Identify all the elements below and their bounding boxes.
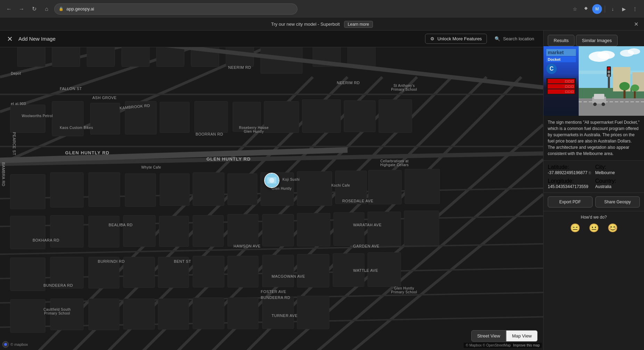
cast-icon[interactable]: ▶: [619, 4, 629, 14]
svg-rect-41: [302, 100, 341, 133]
map-view-button[interactable]: Map View: [506, 330, 538, 342]
svg-rect-26: [122, 47, 149, 67]
price-2: □ □ □: [548, 84, 574, 89]
similar-images-tab[interactable]: Similar Images: [576, 35, 618, 46]
svg-rect-77: [333, 254, 364, 287]
svg-rect-48: [160, 174, 189, 206]
country-label: Country:: [595, 178, 616, 184]
top-banner: Try our new city model - Superbolt Learn…: [0, 18, 644, 31]
map-canvas[interactable]: NEERIM RD NEERIM RD GLEN HUNTLY RD GLEN …: [0, 47, 543, 350]
attribution-text: © Mapbox © OpenStreetMap: [466, 343, 511, 347]
unlock-label: Unlock More Features: [437, 36, 482, 41]
banner-close-button[interactable]: ✕: [634, 21, 638, 27]
extensions-icon[interactable]: [581, 4, 591, 14]
svg-rect-76: [297, 254, 329, 287]
lock-icon: 🔒: [59, 7, 64, 11]
svg-rect-81: [89, 299, 119, 330]
city-value: Melbourne: [595, 170, 640, 175]
copy-latitude-icon[interactable]: ⎘: [589, 171, 591, 175]
latitude-value: -37.88922495196877: [548, 170, 587, 175]
home-button[interactable]: ⌂: [42, 4, 51, 14]
svg-point-98: [597, 51, 615, 59]
download-icon[interactable]: ↓: [608, 4, 618, 14]
svg-rect-65: [334, 213, 364, 246]
back-button[interactable]: ←: [4, 4, 14, 14]
svg-point-108: [608, 67, 610, 70]
refresh-button[interactable]: ↻: [29, 4, 39, 14]
svg-rect-35: [90, 103, 120, 135]
svg-rect-116: [594, 94, 604, 99]
rating-good-emoji[interactable]: 😊: [608, 223, 618, 233]
main-layout: ✕ Add New Image ⚙ Unlock More Features 🔍…: [0, 31, 644, 350]
browser-actions: ☆ M ↓ ▶ ⋮: [570, 4, 640, 14]
rating-bad-emoji[interactable]: 😑: [570, 223, 580, 233]
panel-tabs: Results Similar Images: [544, 31, 644, 46]
learn-more-button[interactable]: Learn more: [344, 21, 373, 28]
analysis-paragraph: The sign mentions "All supermarket Fuel …: [548, 119, 640, 157]
app-container: Try our new city model - Superbolt Learn…: [0, 18, 644, 350]
svg-rect-29: [226, 47, 254, 67]
svg-rect-56: [10, 216, 45, 249]
rating-neutral-emoji[interactable]: 😐: [589, 223, 599, 233]
svg-point-112: [619, 82, 630, 90]
docket-text: Docket: [546, 57, 576, 62]
profile-button[interactable]: M: [592, 4, 602, 14]
map-toolbar: ✕ Add New Image ⚙ Unlock More Features 🔍…: [0, 31, 543, 47]
toolbar-title: Add New Image: [18, 36, 56, 42]
svg-rect-27: [156, 47, 184, 67]
results-tab[interactable]: Results: [548, 35, 574, 46]
svg-rect-87: [297, 296, 329, 329]
svg-rect-67: [404, 211, 439, 246]
close-button[interactable]: ✕: [6, 33, 14, 44]
unlock-features-button[interactable]: ⚙ Unlock More Features: [425, 34, 487, 44]
svg-rect-72: [158, 257, 189, 288]
svg-rect-53: [335, 171, 367, 204]
svg-rect-80: [50, 299, 83, 330]
svg-rect-68: [10, 258, 45, 291]
url-text: app.geospy.ai: [66, 6, 94, 11]
bookmark-star-icon[interactable]: ☆: [570, 4, 580, 14]
forward-button[interactable]: →: [17, 4, 26, 14]
svg-rect-43: [379, 100, 412, 133]
svg-rect-40: [264, 101, 299, 133]
svg-rect-59: [123, 215, 155, 247]
svg-point-92: [269, 178, 274, 183]
export-pdf-button[interactable]: Export PDF: [548, 196, 593, 207]
svg-rect-42: [344, 101, 375, 132]
longitude-value: 145.04353447173559: [548, 184, 593, 189]
rating-label: How'd we do?: [548, 215, 640, 220]
svg-rect-52: [297, 172, 332, 206]
unlock-icon: ⚙: [430, 36, 434, 41]
mapbox-icon: [2, 341, 9, 348]
map-area[interactable]: ✕ Add New Image ⚙ Unlock More Features 🔍…: [0, 31, 543, 350]
svg-rect-60: [159, 216, 189, 247]
svg-rect-23: [17, 47, 45, 67]
latitude-value-container: -37.88922495196877 ⎘: [548, 170, 593, 175]
svg-point-118: [602, 103, 605, 106]
improve-map-link[interactable]: Improve this map: [513, 343, 540, 347]
svg-rect-74: [228, 256, 258, 287]
svg-rect-54: [368, 170, 401, 204]
svg-rect-25: [87, 47, 115, 67]
svg-rect-32: [348, 47, 375, 67]
latitude-label: Latitude:: [548, 164, 569, 170]
latitude-item: Latitude: -37.88922495196877 ⎘: [548, 164, 593, 175]
svg-rect-75: [262, 255, 294, 287]
mapbox-text: © mapbox: [10, 342, 28, 347]
market-text: market: [546, 49, 576, 56]
svg-rect-46: [89, 173, 120, 207]
search-placeholder: Search location: [503, 36, 534, 41]
map-svg: [0, 47, 543, 350]
browser-chrome: ← → ↻ ⌂ 🔒 app.geospy.ai ☆ M ↓ ▶ ⋮: [0, 0, 644, 18]
street-view-button[interactable]: Street View: [471, 330, 506, 342]
city-label: City:: [595, 164, 606, 170]
share-geospy-button[interactable]: Share Geospy: [595, 196, 640, 207]
svg-rect-24: [52, 47, 80, 67]
address-bar[interactable]: 🔒 app.geospy.ai: [54, 3, 297, 15]
svg-rect-78: [368, 253, 401, 287]
separator: [605, 6, 605, 13]
svg-rect-82: [123, 299, 155, 329]
more-menu-icon[interactable]: ⋮: [630, 4, 640, 14]
search-location-button[interactable]: 🔍 Search location: [491, 34, 538, 43]
svg-rect-49: [193, 173, 224, 206]
